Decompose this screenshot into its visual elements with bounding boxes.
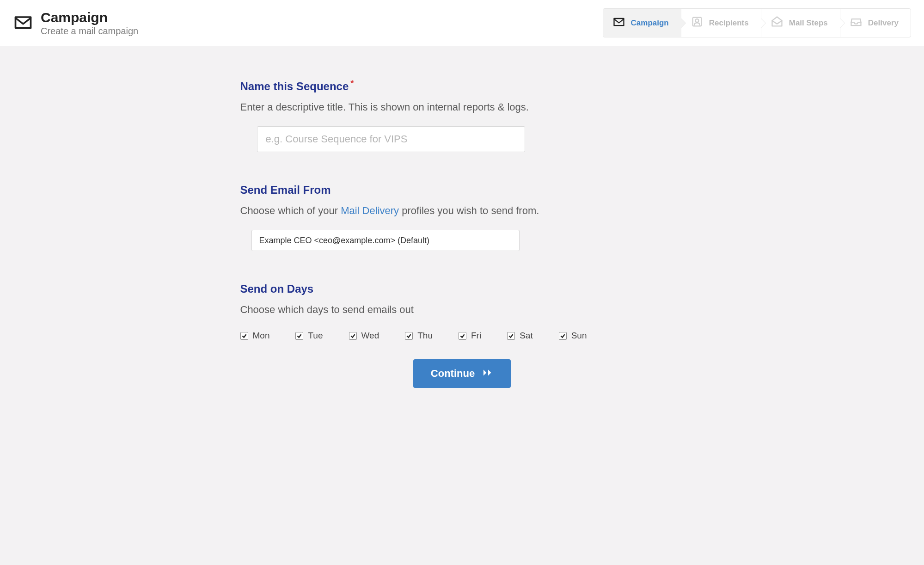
wizard-step-label: Recipients xyxy=(709,18,749,28)
wizard-step-label: Mail Steps xyxy=(789,18,828,28)
day-checkbox[interactable] xyxy=(295,332,303,340)
day-item-fri: Fri xyxy=(459,331,481,341)
section-description: Enter a descriptive title. This is shown… xyxy=(240,101,684,113)
day-checkbox[interactable] xyxy=(559,332,567,340)
day-item-sat: Sat xyxy=(507,331,533,341)
wizard-step-delivery[interactable]: Delivery xyxy=(840,9,911,37)
day-item-mon: Mon xyxy=(240,331,270,341)
wizard-steps: Campaign Recipients Mail Steps xyxy=(603,8,911,37)
continue-button-label: Continue xyxy=(431,368,475,380)
day-item-wed: Wed xyxy=(349,331,379,341)
inbox-icon xyxy=(850,15,863,31)
section-send-days: Send on Days Choose which days to send e… xyxy=(240,282,684,341)
section-send-from: Send Email From Choose which of your Mai… xyxy=(240,184,684,251)
section-title-text: Name this Sequence xyxy=(240,80,349,92)
chevron-double-right-icon xyxy=(483,368,493,380)
day-label: Thu xyxy=(417,331,433,341)
day-checkbox[interactable] xyxy=(240,332,248,340)
svg-point-1 xyxy=(695,19,698,22)
day-item-thu: Thu xyxy=(405,331,433,341)
sequence-name-input[interactable] xyxy=(257,126,525,152)
envelope-open-icon xyxy=(771,15,783,31)
section-description: Choose which of your Mail Delivery profi… xyxy=(240,205,684,217)
day-item-sun: Sun xyxy=(559,331,587,341)
day-checkbox[interactable] xyxy=(405,332,413,340)
day-label: Mon xyxy=(253,331,270,341)
wizard-step-label: Campaign xyxy=(631,18,669,28)
form-main: Name this Sequence* Enter a descriptive … xyxy=(226,46,698,416)
day-checkbox[interactable] xyxy=(459,332,466,340)
mail-delivery-link[interactable]: Mail Delivery xyxy=(341,205,399,216)
page-title: Campaign xyxy=(41,10,138,25)
wizard-step-recipients[interactable]: Recipients xyxy=(681,9,761,37)
section-title: Send on Days xyxy=(240,282,684,295)
envelope-icon xyxy=(612,15,625,31)
days-row: Mon Tue Wed Thu Fri Sat xyxy=(240,329,684,341)
section-title: Name this Sequence* xyxy=(240,79,684,93)
day-checkbox[interactable] xyxy=(349,332,357,340)
day-label: Sat xyxy=(520,331,533,341)
day-label: Wed xyxy=(361,331,379,341)
header-left: Campaign Create a mail campaign xyxy=(13,10,138,37)
required-asterisk: * xyxy=(350,79,354,88)
section-title: Send Email From xyxy=(240,184,684,197)
page-subtitle: Create a mail campaign xyxy=(41,26,138,37)
person-icon xyxy=(691,15,704,31)
wizard-step-campaign[interactable]: Campaign xyxy=(603,9,681,37)
envelope-icon xyxy=(13,12,33,34)
day-label: Tue xyxy=(308,331,323,341)
button-row: Continue xyxy=(240,359,684,388)
section-name-sequence: Name this Sequence* Enter a descriptive … xyxy=(240,79,684,152)
section-description: Choose which days to send emails out xyxy=(240,304,684,316)
day-checkbox[interactable] xyxy=(507,332,515,340)
day-label: Sun xyxy=(571,331,587,341)
day-label: Fri xyxy=(471,331,481,341)
wizard-step-mail-steps[interactable]: Mail Steps xyxy=(761,9,840,37)
wizard-step-label: Delivery xyxy=(868,18,899,28)
page-header: Campaign Create a mail campaign Campaign xyxy=(0,0,924,46)
continue-button[interactable]: Continue xyxy=(413,359,511,388)
day-item-tue: Tue xyxy=(295,331,323,341)
send-from-select[interactable]: Example CEO <ceo@example.com> (Default) xyxy=(251,230,520,251)
